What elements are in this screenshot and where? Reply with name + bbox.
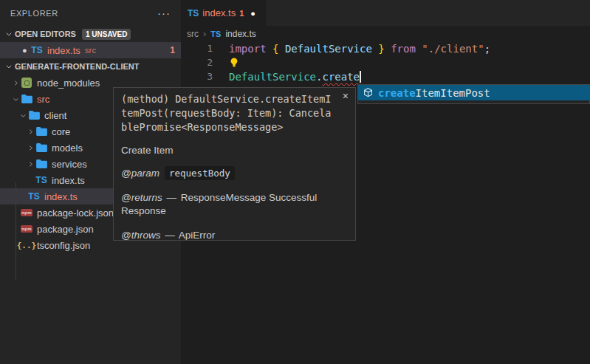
line-number: 3: [181, 71, 213, 82]
tree-item-label: core: [52, 126, 70, 137]
chevron-right-icon: [10, 79, 21, 87]
token-object-name: DefaultService: [229, 71, 316, 83]
tab-bar: TS index.ts 1 ●: [181, 0, 590, 26]
suggest-widget: createItemItemPost: [357, 84, 590, 104]
package-icon: [21, 78, 32, 88]
tab-modified-dot-icon[interactable]: ●: [250, 9, 255, 18]
line-number: 2: [181, 57, 213, 68]
breadcrumb-separator-icon: ›: [203, 28, 206, 39]
token-semicolon: ;: [484, 43, 490, 55]
ts-file-icon: TS: [28, 191, 40, 202]
dash: —: [165, 230, 175, 241]
suggest-match-text: create: [378, 87, 416, 99]
explorer-title: EXPLORER: [10, 9, 157, 18]
tree-item-label: client: [44, 110, 66, 121]
hover-tooltip: × (method) DefaultService.createItemI te…: [113, 87, 356, 241]
throws-text: ApiError: [179, 230, 216, 241]
param-name-badge: requestBody: [165, 166, 235, 180]
error-count-badge: 1: [170, 45, 175, 55]
breadcrumb-folder[interactable]: src: [187, 29, 199, 39]
signature-line: blePromise<ResponseMessage>: [121, 120, 348, 134]
breadcrumb-file[interactable]: index.ts: [225, 29, 255, 39]
tree-item-label: tsconfig.json: [37, 240, 90, 251]
param-tag: @param: [121, 168, 159, 179]
open-editor-filename: index.ts: [47, 45, 80, 56]
open-editor-item[interactable]: ● TS index.ts src 1: [0, 42, 181, 58]
tree-item-label: index.ts: [52, 175, 85, 186]
token-brace-close: }: [372, 43, 391, 55]
chevron-right-icon: [25, 128, 35, 136]
unsaved-badge: 1 UNSAVED: [82, 29, 131, 40]
chevron-down-icon: [3, 63, 15, 70]
chevron-down-icon: [3, 30, 15, 38]
folder-icon: [35, 159, 47, 168]
chevron-right-icon: [25, 160, 35, 168]
token-module-string: "./client": [416, 43, 484, 55]
doc-returns-row: @returns — ResponseMessage Successful Re…: [121, 191, 351, 218]
tab-filename: index.ts: [202, 7, 236, 18]
open-editors-header[interactable]: OPEN EDITORS 1 UNSAVED: [0, 26, 181, 42]
chevron-down-icon: [10, 96, 21, 103]
close-icon[interactable]: ×: [343, 92, 349, 100]
breadcrumb[interactable]: src › TS index.ts: [181, 26, 590, 41]
line-number: 1: [181, 43, 213, 54]
folder-icon: [35, 143, 47, 152]
tab-index-ts[interactable]: TS index.ts 1 ●: [181, 0, 266, 26]
code-line-3[interactable]: 3 DefaultService.create: [181, 69, 590, 83]
ts-file-icon: TS: [210, 30, 221, 38]
token-from: from: [391, 43, 416, 55]
indent-guide: [16, 182, 16, 280]
token-brace-open: {: [267, 43, 285, 55]
tree-item-label: package.json: [37, 224, 94, 235]
method-cube-icon: [363, 87, 374, 99]
code-area[interactable]: 1 import { DefaultService } from "./clie…: [181, 41, 590, 83]
npm-icon: npm: [21, 225, 32, 233]
workspace-header[interactable]: GENERATE-FRONTEND-CLIENT: [0, 58, 181, 75]
code-line-1[interactable]: 1 import { DefaultService } from "./clie…: [181, 41, 590, 55]
doc-throws-row: @throws — ApiError: [121, 229, 348, 241]
throws-tag: @throws: [121, 230, 160, 241]
open-editors-label: OPEN EDITORS: [15, 30, 76, 38]
signature-line: temPost(requestBody: Item): Cancela: [121, 106, 348, 120]
explorer-header: EXPLORER ···: [0, 0, 181, 26]
npm-icon: npm: [21, 209, 32, 216]
token-typed-text: create: [322, 71, 360, 83]
braces-icon: {..}: [21, 241, 32, 250]
tree-item-label: node_modules: [37, 78, 100, 89]
folder-icon: [35, 127, 47, 136]
tree-item-label: package-lock.json: [37, 207, 114, 219]
token-import: import: [229, 43, 267, 55]
doc-param-row: @paramrequestBody: [121, 167, 348, 180]
token-dot: .: [316, 71, 322, 83]
workspace-label: GENERATE-FRONTEND-CLIENT: [15, 62, 139, 71]
text-cursor: [360, 71, 361, 83]
ts-file-icon: TS: [31, 45, 43, 55]
open-editor-path: src: [85, 46, 171, 55]
tab-error-count: 1: [239, 9, 244, 18]
code-line-2[interactable]: 2: [181, 55, 590, 69]
returns-tag: @returns: [121, 192, 162, 203]
chevron-down-icon: [18, 112, 28, 119]
vscode-window: EXPLORER ··· OPEN EDITORS 1 UNSAVED ● TS…: [0, 0, 590, 364]
suggest-rest-text: ItemItemPost: [416, 87, 490, 99]
dash: —: [167, 192, 177, 203]
folder-icon: [28, 111, 40, 120]
token-import-name: DefaultService: [285, 43, 372, 55]
folder-icon: [21, 95, 32, 103]
signature-line: (method) DefaultService.createItemI: [121, 92, 348, 106]
doc-summary: Create Item: [121, 145, 348, 156]
ts-file-icon: TS: [35, 175, 47, 185]
explorer-more-icon[interactable]: ···: [157, 10, 171, 17]
tree-item-label: index.ts: [44, 191, 78, 202]
suggest-item-createItemItemPost[interactable]: createItemItemPost: [358, 85, 589, 100]
tree-item-label: services: [52, 159, 87, 170]
modified-dot-icon: ●: [22, 46, 27, 55]
lightbulb-icon[interactable]: [213, 57, 239, 68]
tree-item-label: src: [37, 94, 49, 105]
tree-item-label: models: [52, 142, 83, 154]
ts-file-icon: TS: [188, 8, 199, 18]
chevron-right-icon: [25, 144, 35, 152]
